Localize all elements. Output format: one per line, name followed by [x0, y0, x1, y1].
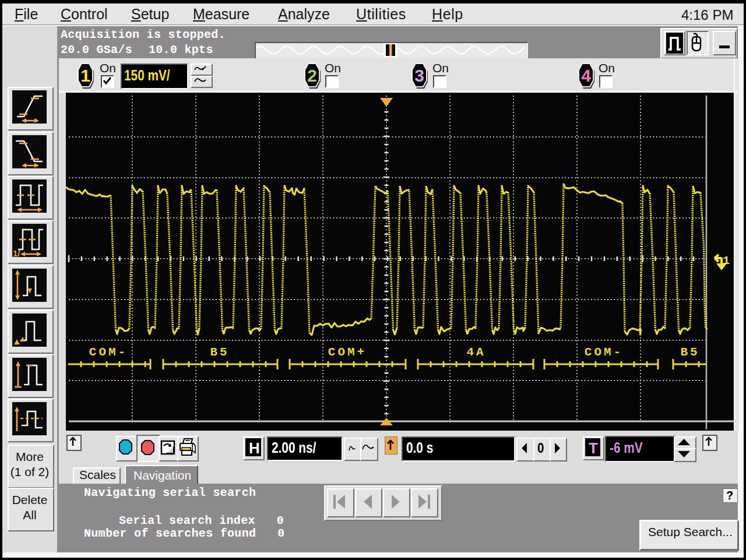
svg-text:COM-: COM- [89, 346, 128, 359]
svg-text:B5: B5 [680, 346, 699, 359]
svg-text:4A: 4A [466, 346, 485, 359]
svg-text:B5: B5 [210, 346, 229, 359]
svg-text:COM-: COM- [585, 346, 623, 359]
svg-text:1: 1 [723, 254, 730, 267]
svg-text:1/: 1/ [13, 248, 20, 257]
svg-text:COM+: COM+ [328, 346, 367, 359]
svg-text:2: 2 [307, 66, 317, 85]
svg-text:4: 4 [581, 66, 591, 85]
svg-text:1: 1 [80, 66, 90, 85]
svg-text:3: 3 [414, 66, 424, 85]
